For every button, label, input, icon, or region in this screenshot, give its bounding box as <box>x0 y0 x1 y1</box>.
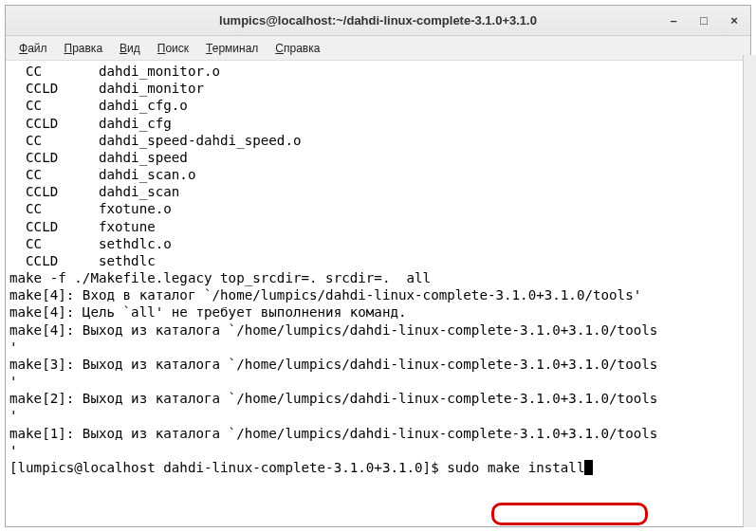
terminal-line: make[4]: Цель `all' не требует выполнени… <box>9 303 747 321</box>
titlebar[interactable]: lumpics@localhost:~/dahdi-linux-complete… <box>6 6 750 36</box>
terminal-line: CCLD dahdi_speed <box>9 149 747 166</box>
terminal-content[interactable]: CC dahdi_monitor.o CCLD dahdi_monitor CC… <box>6 61 750 526</box>
menu-help[interactable]: Справка <box>267 38 327 59</box>
scrollbar[interactable] <box>743 55 756 527</box>
terminal-line: CC sethdlc.o <box>9 235 747 252</box>
typed-command: sudo make install <box>447 460 584 475</box>
terminal-line: CCLD dahdi_scan <box>9 183 747 200</box>
close-button[interactable]: × <box>726 12 743 29</box>
terminal-line: CC dahdi_monitor.o <box>9 63 747 80</box>
menu-search[interactable]: Поиск <box>150 38 196 59</box>
cursor <box>584 460 593 475</box>
terminal-line: make[4]: Вход в каталог `/home/lumpics/d… <box>9 286 747 303</box>
menu-edit[interactable]: Правка <box>57 38 111 59</box>
terminal-line: CCLD dahdi_monitor <box>9 80 747 97</box>
terminal-prompt-line[interactable]: [lumpics@localhost dahdi-linux-complete-… <box>9 459 747 476</box>
menu-file[interactable]: Файл <box>11 38 55 59</box>
terminal-line: CC dahdi_speed-dahdi_speed.o <box>9 132 747 149</box>
terminal-line: make -f ./Makefile.legacy top_srcdir=. s… <box>9 269 747 286</box>
terminal-line: CCLD fxotune <box>9 218 747 235</box>
menu-terminal[interactable]: Терминал <box>198 38 266 59</box>
terminal-line: CC fxotune.o <box>9 200 747 217</box>
terminal-line: make[4]: Выход из каталога `/home/lumpic… <box>9 321 747 339</box>
terminal-line: make[3]: Выход из каталога `/home/lumpic… <box>9 356 747 373</box>
menu-view[interactable]: Вид <box>112 38 148 59</box>
terminal-window: lumpics@localhost:~/dahdi-linux-complete… <box>5 5 751 527</box>
terminal-line: CCLD dahdi_cfg <box>9 115 747 132</box>
terminal-line: CCLD sethdlc <box>9 252 747 269</box>
shell-prompt: [lumpics@localhost dahdi-linux-complete-… <box>9 460 447 475</box>
terminal-line: ' <box>9 339 747 356</box>
maximize-button[interactable]: □ <box>695 12 712 29</box>
terminal-line: ' <box>9 442 747 459</box>
terminal-line: ' <box>9 407 747 424</box>
terminal-line: CC dahdi_scan.o <box>9 166 747 183</box>
terminal-line: CC dahdi_cfg.o <box>9 97 747 114</box>
window-title: lumpics@localhost:~/dahdi-linux-complete… <box>219 13 537 28</box>
menubar: Файл Правка Вид Поиск Терминал Справка <box>6 36 750 61</box>
terminal-line: ' <box>9 373 747 390</box>
terminal-line: make[2]: Выход из каталога `/home/lumpic… <box>9 390 747 407</box>
window-controls: – □ × <box>665 6 743 35</box>
minimize-button[interactable]: – <box>665 12 682 29</box>
terminal-line: make[1]: Выход из каталога `/home/lumpic… <box>9 425 747 442</box>
